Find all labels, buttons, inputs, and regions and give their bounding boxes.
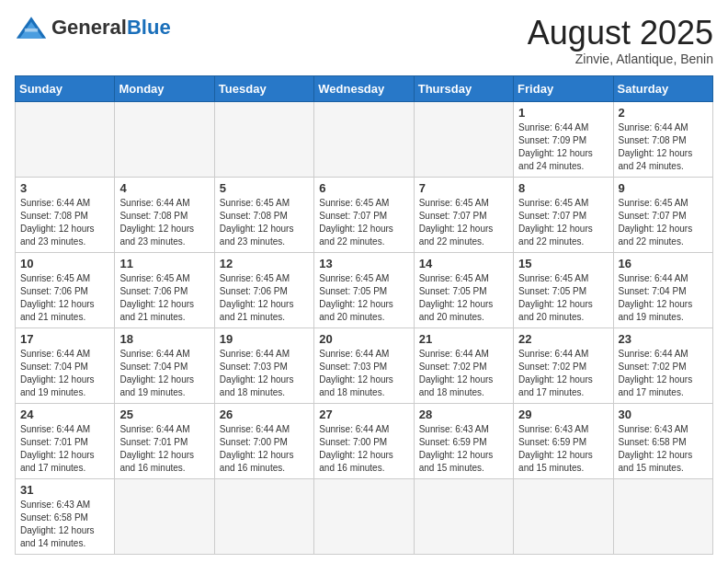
calendar: SundayMondayTuesdayWednesdayThursdayFrid… — [15, 75, 713, 555]
day-info: Sunrise: 6:44 AM Sunset: 7:04 PM Dayligh… — [119, 348, 209, 399]
day-info: Sunrise: 6:44 AM Sunset: 7:03 PM Dayligh… — [319, 348, 408, 399]
day-info: Sunrise: 6:43 AM Sunset: 6:59 PM Dayligh… — [419, 423, 508, 475]
day-info: Sunrise: 6:45 AM Sunset: 7:07 PM Dayligh… — [419, 197, 508, 248]
day-info: Sunrise: 6:44 AM Sunset: 7:00 PM Dayligh… — [220, 423, 309, 475]
day-number: 20 — [319, 332, 408, 346]
day-info: Sunrise: 6:44 AM Sunset: 7:04 PM Dayligh… — [20, 348, 109, 399]
day-info: Sunrise: 6:45 AM Sunset: 7:05 PM Dayligh… — [319, 272, 408, 324]
day-number: 24 — [20, 408, 109, 421]
day-info: Sunrise: 6:45 AM Sunset: 7:06 PM Dayligh… — [220, 272, 309, 324]
day-number: 1 — [518, 106, 608, 120]
day-number: 8 — [518, 181, 608, 195]
day-cell: 30Sunrise: 6:43 AM Sunset: 6:58 PM Dayli… — [613, 403, 712, 478]
week-row-3: 10Sunrise: 6:45 AM Sunset: 7:06 PM Dayli… — [16, 252, 713, 327]
day-number: 22 — [518, 332, 608, 346]
day-number: 17 — [20, 332, 109, 346]
day-cell: 12Sunrise: 6:45 AM Sunset: 7:06 PM Dayli… — [214, 252, 313, 327]
day-cell: 24Sunrise: 6:44 AM Sunset: 7:01 PM Dayli… — [16, 403, 115, 478]
day-cell: 22Sunrise: 6:44 AM Sunset: 7:02 PM Dayli… — [514, 327, 613, 403]
day-cell: 25Sunrise: 6:44 AM Sunset: 7:01 PM Dayli… — [115, 403, 214, 478]
month-title: August 2025 — [528, 15, 713, 52]
day-info: Sunrise: 6:43 AM Sunset: 6:58 PM Dayligh… — [619, 423, 708, 475]
day-number: 12 — [220, 257, 309, 270]
weekday-header-friday: Friday — [514, 75, 613, 101]
week-row-1: 1Sunrise: 6:44 AM Sunset: 7:09 PM Daylig… — [16, 101, 713, 177]
day-number: 26 — [220, 408, 309, 421]
weekday-header-tuesday: Tuesday — [214, 75, 313, 101]
day-number: 27 — [319, 408, 408, 421]
day-cell: 20Sunrise: 6:44 AM Sunset: 7:03 PM Dayli… — [314, 327, 414, 403]
day-cell: 5Sunrise: 6:45 AM Sunset: 7:08 PM Daylig… — [214, 177, 313, 252]
day-cell: 31Sunrise: 6:43 AM Sunset: 6:58 PM Dayli… — [16, 478, 115, 554]
day-info: Sunrise: 6:44 AM Sunset: 7:03 PM Dayligh… — [220, 348, 309, 399]
day-number: 5 — [220, 181, 309, 195]
day-cell: 14Sunrise: 6:45 AM Sunset: 7:05 PM Dayli… — [414, 252, 513, 327]
weekday-header-sunday: Sunday — [16, 75, 115, 101]
day-cell — [314, 478, 414, 554]
day-number: 11 — [119, 257, 209, 270]
weekday-header-thursday: Thursday — [414, 75, 513, 101]
day-number: 28 — [419, 408, 508, 421]
weekday-header-row: SundayMondayTuesdayWednesdayThursdayFrid… — [16, 75, 713, 101]
day-info: Sunrise: 6:44 AM Sunset: 7:04 PM Dayligh… — [619, 272, 708, 324]
day-info: Sunrise: 6:44 AM Sunset: 7:08 PM Dayligh… — [20, 197, 109, 248]
day-info: Sunrise: 6:45 AM Sunset: 7:07 PM Dayligh… — [319, 197, 408, 248]
day-cell — [115, 478, 214, 554]
day-cell: 6Sunrise: 6:45 AM Sunset: 7:07 PM Daylig… — [314, 177, 414, 252]
day-info: Sunrise: 6:45 AM Sunset: 7:06 PM Dayligh… — [119, 272, 209, 324]
day-cell — [214, 101, 313, 177]
day-info: Sunrise: 6:43 AM Sunset: 6:59 PM Dayligh… — [518, 423, 608, 475]
day-cell: 16Sunrise: 6:44 AM Sunset: 7:04 PM Dayli… — [613, 252, 712, 327]
day-number: 16 — [619, 257, 708, 270]
day-number: 30 — [619, 408, 708, 421]
day-cell: 19Sunrise: 6:44 AM Sunset: 7:03 PM Dayli… — [214, 327, 313, 403]
day-info: Sunrise: 6:45 AM Sunset: 7:07 PM Dayligh… — [518, 197, 608, 248]
day-number: 29 — [518, 408, 608, 421]
day-cell: 15Sunrise: 6:45 AM Sunset: 7:05 PM Dayli… — [514, 252, 613, 327]
day-number: 25 — [119, 408, 209, 421]
day-cell — [514, 478, 613, 554]
day-cell: 21Sunrise: 6:44 AM Sunset: 7:02 PM Dayli… — [414, 327, 513, 403]
day-info: Sunrise: 6:44 AM Sunset: 7:02 PM Dayligh… — [619, 348, 708, 399]
day-info: Sunrise: 6:44 AM Sunset: 7:02 PM Dayligh… — [419, 348, 508, 399]
day-cell: 28Sunrise: 6:43 AM Sunset: 6:59 PM Dayli… — [414, 403, 513, 478]
logo-icon — [15, 15, 48, 40]
week-row-2: 3Sunrise: 6:44 AM Sunset: 7:08 PM Daylig… — [16, 177, 713, 252]
day-info: Sunrise: 6:44 AM Sunset: 7:08 PM Dayligh… — [119, 197, 209, 248]
day-number: 15 — [518, 257, 608, 270]
day-info: Sunrise: 6:44 AM Sunset: 7:00 PM Dayligh… — [319, 423, 408, 475]
day-cell: 29Sunrise: 6:43 AM Sunset: 6:59 PM Dayli… — [514, 403, 613, 478]
day-number: 14 — [419, 257, 508, 270]
day-number: 13 — [319, 257, 408, 270]
day-cell: 27Sunrise: 6:44 AM Sunset: 7:00 PM Dayli… — [314, 403, 414, 478]
day-info: Sunrise: 6:45 AM Sunset: 7:07 PM Dayligh… — [619, 197, 708, 248]
day-cell — [314, 101, 414, 177]
day-cell: 9Sunrise: 6:45 AM Sunset: 7:07 PM Daylig… — [613, 177, 712, 252]
day-cell: 10Sunrise: 6:45 AM Sunset: 7:06 PM Dayli… — [16, 252, 115, 327]
day-cell — [214, 478, 313, 554]
day-cell: 7Sunrise: 6:45 AM Sunset: 7:07 PM Daylig… — [414, 177, 513, 252]
day-number: 21 — [419, 332, 508, 346]
day-cell — [16, 101, 115, 177]
day-number: 23 — [619, 332, 708, 346]
day-info: Sunrise: 6:44 AM Sunset: 7:02 PM Dayligh… — [518, 348, 608, 399]
logo-text: GeneralBlue — [51, 16, 171, 40]
week-row-5: 24Sunrise: 6:44 AM Sunset: 7:01 PM Dayli… — [16, 403, 713, 478]
day-cell — [613, 478, 712, 554]
day-info: Sunrise: 6:45 AM Sunset: 7:05 PM Dayligh… — [419, 272, 508, 324]
day-cell: 4Sunrise: 6:44 AM Sunset: 7:08 PM Daylig… — [115, 177, 214, 252]
day-info: Sunrise: 6:44 AM Sunset: 7:01 PM Dayligh… — [20, 423, 109, 475]
page-header: GeneralBlue August 2025 Zinvie, Atlantiq… — [15, 15, 713, 66]
day-cell: 26Sunrise: 6:44 AM Sunset: 7:00 PM Dayli… — [214, 403, 313, 478]
day-cell: 23Sunrise: 6:44 AM Sunset: 7:02 PM Dayli… — [613, 327, 712, 403]
day-cell: 18Sunrise: 6:44 AM Sunset: 7:04 PM Dayli… — [115, 327, 214, 403]
day-number: 4 — [119, 181, 209, 195]
location: Zinvie, Atlantique, Benin — [528, 52, 713, 66]
week-row-4: 17Sunrise: 6:44 AM Sunset: 7:04 PM Dayli… — [16, 327, 713, 403]
week-row-6: 31Sunrise: 6:43 AM Sunset: 6:58 PM Dayli… — [16, 478, 713, 554]
weekday-header-monday: Monday — [115, 75, 214, 101]
day-number: 6 — [319, 181, 408, 195]
day-cell: 3Sunrise: 6:44 AM Sunset: 7:08 PM Daylig… — [16, 177, 115, 252]
day-cell — [115, 101, 214, 177]
day-number: 31 — [20, 483, 109, 497]
